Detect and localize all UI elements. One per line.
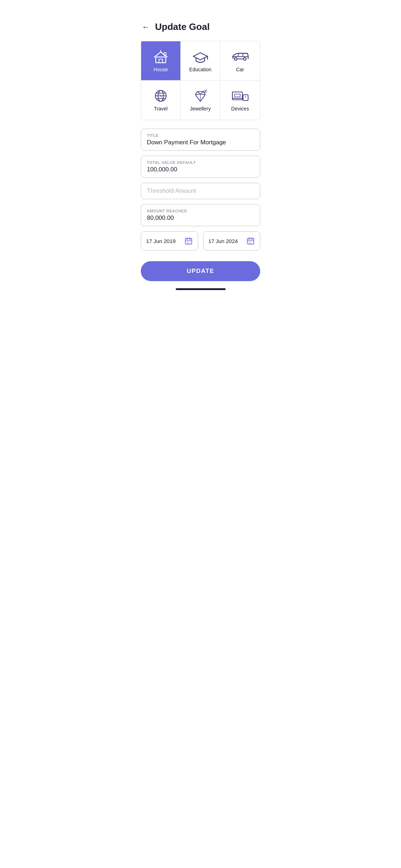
svg-point-24 (188, 243, 189, 243)
category-devices[interactable]: Devices (220, 81, 260, 120)
svg-point-29 (249, 241, 250, 242)
category-travel[interactable]: Travel (141, 81, 181, 120)
amount-label: AMOUNT REACHED (147, 209, 254, 213)
svg-point-23 (187, 243, 187, 243)
category-education-label: Education (189, 67, 211, 72)
title-field[interactable]: TITLE Down Payment For Mortgage (141, 129, 260, 151)
car-icon (231, 50, 249, 64)
total-value-field[interactable]: TOTAL VALUE DEFAULT 100,000.00 (141, 156, 260, 178)
home-indicator (176, 288, 226, 290)
start-date-field[interactable]: 17 Jun 2019 (141, 231, 198, 250)
devices-icon (231, 89, 249, 103)
education-icon (191, 50, 209, 64)
end-date-field[interactable]: 17 Jun 2024 (203, 231, 261, 250)
threshold-field[interactable]: Threshold Amount (141, 183, 260, 199)
category-travel-label: Travel (154, 106, 168, 112)
header: ← Update Goal (141, 21, 260, 32)
svg-rect-14 (235, 94, 240, 97)
category-house[interactable]: House (141, 41, 181, 81)
svg-rect-0 (156, 57, 166, 63)
category-jewellery-label: Jewellery (190, 106, 211, 112)
house-icon (152, 50, 170, 64)
start-date-value: 17 Jun 2019 (146, 238, 176, 244)
svg-point-33 (250, 243, 251, 243)
category-house-label: House (154, 67, 168, 72)
svg-point-21 (188, 241, 189, 242)
jewellery-icon (191, 89, 209, 103)
travel-icon (152, 89, 170, 103)
update-button[interactable]: UPDATE (141, 261, 260, 281)
end-date-value: 17 Jun 2024 (209, 238, 238, 244)
category-grid: House Education (141, 41, 260, 120)
svg-point-4 (243, 57, 246, 60)
threshold-placeholder: Threshold Amount (147, 187, 254, 195)
title-label: TITLE (147, 133, 254, 138)
svg-point-32 (249, 243, 250, 243)
category-car-label: Car (236, 67, 244, 72)
svg-point-20 (187, 241, 187, 242)
back-arrow-icon: ← (142, 22, 150, 32)
total-label: TOTAL VALUE DEFAULT (147, 160, 254, 165)
svg-point-10 (204, 91, 206, 92)
svg-point-31 (252, 241, 252, 242)
svg-point-15 (245, 97, 246, 98)
end-calendar-icon (246, 237, 255, 245)
category-devices-label: Devices (231, 106, 249, 112)
svg-point-30 (250, 241, 251, 242)
title-value: Down Payment For Mortgage (147, 139, 254, 146)
category-car[interactable]: Car (220, 41, 260, 81)
back-button[interactable]: ← (141, 22, 151, 32)
total-value: 100,000.00 (147, 166, 254, 173)
amount-value: 80,000.00 (147, 215, 254, 222)
page-title: Update Goal (155, 21, 210, 32)
svg-rect-12 (243, 95, 248, 100)
start-calendar-icon (184, 237, 193, 245)
svg-point-3 (234, 57, 237, 60)
svg-rect-1 (159, 59, 163, 63)
date-row: 17 Jun 2019 17 Jun 2024 (141, 231, 260, 250)
category-jewellery[interactable]: Jewellery (181, 81, 220, 120)
svg-point-22 (190, 241, 190, 242)
category-education[interactable]: Education (181, 41, 220, 81)
amount-reached-field[interactable]: AMOUNT REACHED 80,000.00 (141, 204, 260, 226)
